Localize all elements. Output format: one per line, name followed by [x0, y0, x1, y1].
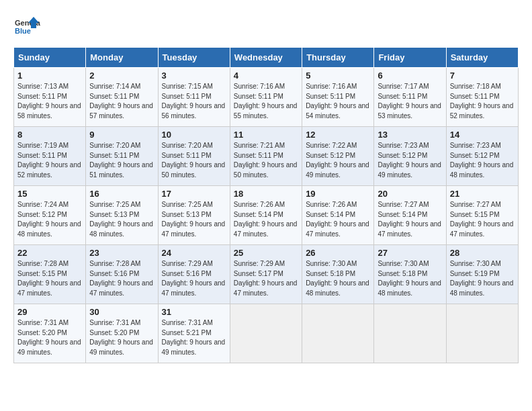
calendar-cell: [374, 304, 446, 363]
calendar-week-row: 15 Sunrise: 7:24 AMSunset: 5:12 PMDaylig…: [14, 186, 519, 245]
calendar-cell: 26 Sunrise: 7:30 AMSunset: 5:18 PMDaylig…: [302, 245, 374, 304]
day-number: 19: [306, 189, 370, 199]
logo-icon: General Blue: [13, 13, 40, 40]
day-number: 24: [162, 248, 226, 258]
calendar-cell: 25 Sunrise: 7:29 AMSunset: 5:17 PMDaylig…: [230, 245, 302, 304]
day-info: Sunrise: 7:24 AMSunset: 5:12 PMDaylight:…: [17, 201, 81, 238]
day-number: 30: [89, 307, 154, 317]
day-info: Sunrise: 7:19 AMSunset: 5:11 PMDaylight:…: [17, 142, 81, 179]
header-row: SundayMondayTuesdayWednesdayThursdayFrid…: [14, 48, 519, 68]
calendar-cell: 7 Sunrise: 7:18 AMSunset: 5:11 PMDayligh…: [446, 68, 518, 127]
calendar-cell: 8 Sunrise: 7:19 AMSunset: 5:11 PMDayligh…: [14, 127, 86, 186]
day-info: Sunrise: 7:26 AMSunset: 5:14 PMDaylight:…: [234, 201, 298, 238]
calendar-cell: [446, 304, 518, 363]
calendar-cell: 2 Sunrise: 7:14 AMSunset: 5:11 PMDayligh…: [86, 68, 158, 127]
day-number: 28: [450, 248, 515, 258]
calendar-cell: 19 Sunrise: 7:26 AMSunset: 5:14 PMDaylig…: [302, 186, 374, 245]
day-info: Sunrise: 7:30 AMSunset: 5:18 PMDaylight:…: [378, 260, 441, 297]
day-info: Sunrise: 7:25 AMSunset: 5:13 PMDaylight:…: [89, 201, 153, 238]
calendar-cell: 28 Sunrise: 7:30 AMSunset: 5:19 PMDaylig…: [446, 245, 518, 304]
day-number: 1: [17, 71, 82, 81]
calendar-week-row: 8 Sunrise: 7:19 AMSunset: 5:11 PMDayligh…: [14, 127, 519, 186]
page-header: General Blue: [13, 13, 519, 40]
day-info: Sunrise: 7:22 AMSunset: 5:12 PMDaylight:…: [306, 142, 369, 179]
day-number: 6: [378, 71, 442, 81]
calendar-cell: [230, 304, 302, 363]
day-number: 5: [306, 71, 370, 81]
calendar-cell: 31 Sunrise: 7:31 AMSunset: 5:21 PMDaylig…: [158, 304, 230, 363]
weekday-header-saturday: Saturday: [446, 48, 518, 68]
day-info: Sunrise: 7:14 AMSunset: 5:11 PMDaylight:…: [89, 83, 153, 120]
day-info: Sunrise: 7:25 AMSunset: 5:13 PMDaylight:…: [162, 201, 226, 238]
day-info: Sunrise: 7:31 AMSunset: 5:21 PMDaylight:…: [162, 319, 226, 356]
day-info: Sunrise: 7:28 AMSunset: 5:16 PMDaylight:…: [89, 260, 153, 297]
day-number: 4: [234, 71, 298, 81]
calendar-cell: 1 Sunrise: 7:13 AMSunset: 5:11 PMDayligh…: [14, 68, 86, 127]
calendar-cell: 20 Sunrise: 7:27 AMSunset: 5:14 PMDaylig…: [374, 186, 446, 245]
svg-text:Blue: Blue: [15, 27, 31, 35]
day-number: 2: [89, 71, 154, 81]
calendar-cell: 3 Sunrise: 7:15 AMSunset: 5:11 PMDayligh…: [158, 68, 230, 127]
calendar-cell: 14 Sunrise: 7:23 AMSunset: 5:12 PMDaylig…: [446, 127, 518, 186]
weekday-header-tuesday: Tuesday: [158, 48, 230, 68]
day-number: 21: [450, 189, 515, 199]
calendar-cell: 5 Sunrise: 7:16 AMSunset: 5:11 PMDayligh…: [302, 68, 374, 127]
day-info: Sunrise: 7:27 AMSunset: 5:15 PMDaylight:…: [450, 201, 514, 238]
weekday-header-sunday: Sunday: [14, 48, 86, 68]
day-number: 16: [89, 189, 154, 199]
weekday-header-monday: Monday: [86, 48, 158, 68]
calendar-cell: 24 Sunrise: 7:29 AMSunset: 5:16 PMDaylig…: [158, 245, 230, 304]
day-number: 20: [378, 189, 442, 199]
calendar-week-row: 22 Sunrise: 7:28 AMSunset: 5:15 PMDaylig…: [14, 245, 519, 304]
calendar-table: SundayMondayTuesdayWednesdayThursdayFrid…: [13, 47, 519, 363]
day-info: Sunrise: 7:23 AMSunset: 5:12 PMDaylight:…: [450, 142, 514, 179]
calendar-header: SundayMondayTuesdayWednesdayThursdayFrid…: [14, 48, 519, 68]
day-number: 3: [162, 71, 226, 81]
day-number: 31: [162, 307, 226, 317]
day-info: Sunrise: 7:30 AMSunset: 5:19 PMDaylight:…: [450, 260, 514, 297]
day-number: 7: [450, 71, 515, 81]
day-number: 14: [450, 130, 515, 140]
day-number: 17: [162, 189, 226, 199]
day-info: Sunrise: 7:23 AMSunset: 5:12 PMDaylight:…: [378, 142, 441, 179]
day-number: 23: [89, 248, 154, 258]
day-info: Sunrise: 7:20 AMSunset: 5:11 PMDaylight:…: [89, 142, 153, 179]
day-number: 10: [162, 130, 226, 140]
day-number: 18: [234, 189, 298, 199]
calendar-cell: 17 Sunrise: 7:25 AMSunset: 5:13 PMDaylig…: [158, 186, 230, 245]
calendar-cell: 29 Sunrise: 7:31 AMSunset: 5:20 PMDaylig…: [14, 304, 86, 363]
calendar-cell: 22 Sunrise: 7:28 AMSunset: 5:15 PMDaylig…: [14, 245, 86, 304]
day-info: Sunrise: 7:16 AMSunset: 5:11 PMDaylight:…: [234, 83, 298, 120]
day-info: Sunrise: 7:27 AMSunset: 5:14 PMDaylight:…: [378, 201, 441, 238]
day-info: Sunrise: 7:29 AMSunset: 5:16 PMDaylight:…: [162, 260, 226, 297]
day-number: 25: [234, 248, 298, 258]
day-info: Sunrise: 7:18 AMSunset: 5:11 PMDaylight:…: [450, 83, 514, 120]
day-number: 22: [17, 248, 82, 258]
logo: General Blue: [13, 13, 40, 40]
weekday-header-wednesday: Wednesday: [230, 48, 302, 68]
calendar-cell: 30 Sunrise: 7:31 AMSunset: 5:20 PMDaylig…: [86, 304, 158, 363]
day-info: Sunrise: 7:15 AMSunset: 5:11 PMDaylight:…: [162, 83, 226, 120]
day-number: 15: [17, 189, 82, 199]
day-info: Sunrise: 7:31 AMSunset: 5:20 PMDaylight:…: [17, 319, 81, 356]
calendar-cell: 16 Sunrise: 7:25 AMSunset: 5:13 PMDaylig…: [86, 186, 158, 245]
calendar-cell: 4 Sunrise: 7:16 AMSunset: 5:11 PMDayligh…: [230, 68, 302, 127]
calendar-cell: 9 Sunrise: 7:20 AMSunset: 5:11 PMDayligh…: [86, 127, 158, 186]
day-info: Sunrise: 7:26 AMSunset: 5:14 PMDaylight:…: [306, 201, 369, 238]
calendar-cell: 23 Sunrise: 7:28 AMSunset: 5:16 PMDaylig…: [86, 245, 158, 304]
calendar-cell: [302, 304, 374, 363]
calendar-week-row: 29 Sunrise: 7:31 AMSunset: 5:20 PMDaylig…: [14, 304, 519, 363]
calendar-cell: 13 Sunrise: 7:23 AMSunset: 5:12 PMDaylig…: [374, 127, 446, 186]
calendar-cell: 21 Sunrise: 7:27 AMSunset: 5:15 PMDaylig…: [446, 186, 518, 245]
day-info: Sunrise: 7:20 AMSunset: 5:11 PMDaylight:…: [162, 142, 226, 179]
weekday-header-friday: Friday: [374, 48, 446, 68]
day-info: Sunrise: 7:29 AMSunset: 5:17 PMDaylight:…: [234, 260, 298, 297]
calendar-cell: 6 Sunrise: 7:17 AMSunset: 5:11 PMDayligh…: [374, 68, 446, 127]
calendar-cell: 11 Sunrise: 7:21 AMSunset: 5:11 PMDaylig…: [230, 127, 302, 186]
day-info: Sunrise: 7:30 AMSunset: 5:18 PMDaylight:…: [306, 260, 369, 297]
calendar-cell: 12 Sunrise: 7:22 AMSunset: 5:12 PMDaylig…: [302, 127, 374, 186]
day-number: 29: [17, 307, 82, 317]
day-number: 27: [378, 248, 442, 258]
day-number: 11: [234, 130, 298, 140]
day-info: Sunrise: 7:28 AMSunset: 5:15 PMDaylight:…: [17, 260, 81, 297]
